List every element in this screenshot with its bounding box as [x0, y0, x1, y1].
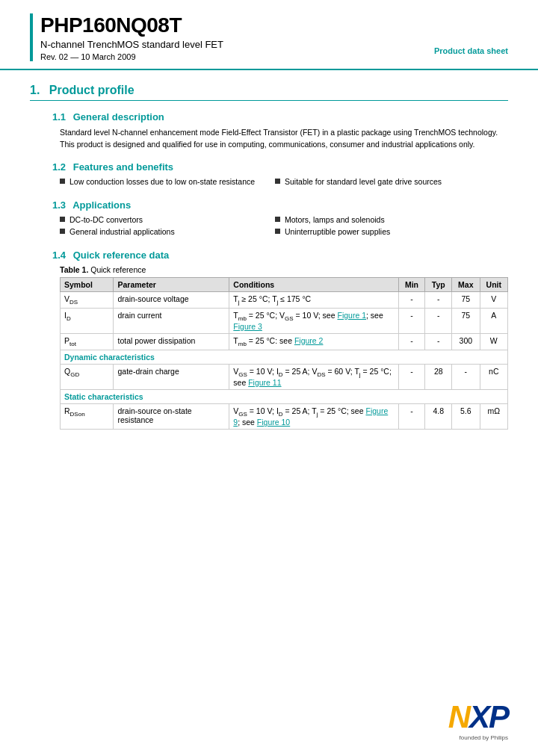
app-text-4: Uninterruptible power supplies [285, 227, 390, 236]
table-caption-text: Quick reference [90, 265, 146, 274]
features-left: Low conduction losses due to low on-stat… [60, 177, 275, 189]
app-text-3: Motors, lamps and solenoids [285, 215, 385, 224]
cell-max-id: 75 [452, 308, 480, 333]
page-header: PHP160NQ08T N-channel TrenchMOS standard… [0, 0, 538, 70]
founded-text: founded by Philips [460, 734, 508, 741]
subsection-1-4: 1.4 Quick reference data Table 1. Quick … [52, 250, 508, 430]
subsection-1-1-title: General description [73, 111, 164, 123]
quick-reference-table: Symbol Parameter Conditions Min Typ Max … [60, 277, 508, 430]
app-bullet-4 [275, 229, 280, 234]
table-row-ptot: Ptot total power dissipation Tmb = 25 °C… [61, 333, 508, 350]
th-unit: Unit [480, 277, 507, 291]
subsection-1-1-number: 1.1 [52, 111, 66, 123]
subsection-1-3-number: 1.3 [52, 199, 66, 211]
th-symbol: Symbol [61, 277, 114, 291]
feature-text-2: Suitable for standard level gate drive s… [285, 177, 442, 186]
bullet-icon-2 [275, 179, 280, 184]
bullet-icon-1 [60, 179, 65, 184]
cell-typ-ptot: - [425, 333, 452, 350]
cell-max-rdson: 5.6 [452, 403, 480, 429]
cell-unit-qgd: nC [480, 364, 507, 389]
link-fig2[interactable]: Figure 2 [294, 336, 324, 345]
cell-cond-id: Tmb = 25 °C; VGS = 10 V; see Figure 1; s… [229, 308, 398, 333]
footer-logo: N XP founded by Philips [448, 701, 508, 741]
cell-unit-rdson: mΩ [480, 403, 507, 429]
applications-list: DC-to-DC convertors General industrial a… [60, 215, 508, 239]
cell-param-rdson: drain-source on-state resistance [114, 403, 229, 429]
table-row-vds: VDS drain-source voltage Tj ≥ 25 °C; Tj … [61, 291, 508, 308]
table-caption-label: Table 1. [60, 265, 88, 274]
product-rev: Rev. 02 — 10 March 2009 [40, 52, 223, 61]
cell-param-qgd: gate-drain charge [114, 364, 229, 389]
apps-left: DC-to-DC convertors General industrial a… [60, 215, 275, 239]
feature-text-1: Low conduction losses due to low on-stat… [69, 177, 255, 186]
subsection-1-4-heading: 1.4 Quick reference data [52, 250, 508, 261]
subsection-1-2-number: 1.2 [52, 161, 66, 173]
header-right: Product data sheet [434, 13, 508, 55]
dynamic-label: Dynamic characteristics [61, 350, 508, 364]
table-row-rdson: RDSon drain-source on-state resistance V… [61, 403, 508, 429]
cell-symbol-qgd: QGD [61, 364, 114, 389]
cell-max-vds: 75 [452, 291, 480, 308]
product-title: PHP160NQ08T [40, 13, 223, 37]
cell-symbol-rdson: RDSon [61, 403, 114, 429]
cell-typ-id: - [425, 308, 452, 333]
cell-unit-id: A [480, 308, 507, 333]
product-subtitle: N-channel TrenchMOS standard level FET [40, 39, 223, 50]
app-bullet-3 [275, 217, 280, 222]
cell-param-id: drain current [114, 308, 229, 333]
link-fig11[interactable]: Figure 11 [248, 378, 281, 387]
th-min: Min [398, 277, 425, 291]
subsection-1-3: 1.3 Applications DC-to-DC convertors Gen… [52, 199, 508, 239]
th-max: Max [452, 277, 480, 291]
subsection-1-4-title: Quick reference data [73, 250, 170, 261]
cell-unit-vds: V [480, 291, 507, 308]
nxp-logo: N XP [448, 701, 508, 733]
features-right: Suitable for standard level gate drive s… [275, 177, 490, 189]
cell-max-qgd: - [452, 364, 480, 389]
subsection-1-3-title: Applications [72, 199, 131, 211]
accent-bar [30, 13, 33, 61]
app-item-3: Motors, lamps and solenoids [275, 215, 490, 224]
table-row-qgd: QGD gate-drain charge VGS = 10 V; ID = 2… [61, 364, 508, 389]
cell-typ-vds: - [425, 291, 452, 308]
table-subheader-dynamic: Dynamic characteristics [61, 350, 508, 364]
table-header-row: Symbol Parameter Conditions Min Typ Max … [61, 277, 508, 291]
cell-param-ptot: total power dissipation [114, 333, 229, 350]
cell-symbol-ptot: Ptot [61, 333, 114, 350]
table-row-id: ID drain current Tmb = 25 °C; VGS = 10 V… [61, 308, 508, 333]
section1-title: Product profile [49, 84, 134, 96]
static-label: Static characteristics [61, 389, 508, 403]
main-content: 1. Product profile 1.1 General descripti… [0, 70, 538, 455]
app-item-2: General industrial applications [60, 227, 275, 236]
cell-typ-rdson: 4.8 [425, 403, 452, 429]
subsection-1-1: 1.1 General description Standard level N… [52, 111, 508, 151]
section1-number: 1. [30, 84, 40, 96]
features-list: Low conduction losses due to low on-stat… [60, 177, 508, 189]
header-left: PHP160NQ08T N-channel TrenchMOS standard… [30, 13, 223, 61]
app-item-1: DC-to-DC convertors [60, 215, 275, 224]
product-data-sheet-label: Product data sheet [434, 46, 508, 55]
logo-n: N [448, 701, 469, 733]
link-fig1[interactable]: Figure 1 [337, 311, 366, 320]
app-bullet-2 [60, 229, 65, 234]
cell-unit-ptot: W [480, 333, 507, 350]
logo-xp: XP [469, 701, 508, 733]
cell-min-ptot: - [398, 333, 425, 350]
cell-min-qgd: - [398, 364, 425, 389]
app-item-4: Uninterruptible power supplies [275, 227, 490, 236]
feature-item-2: Suitable for standard level gate drive s… [275, 177, 490, 186]
subsection-1-2: 1.2 Features and benefits Low conduction… [52, 161, 508, 189]
cell-typ-qgd: 28 [425, 364, 452, 389]
app-bullet-1 [60, 217, 65, 222]
link-fig10[interactable]: Figure 10 [257, 418, 290, 427]
cell-cond-vds: Tj ≥ 25 °C; Tj ≤ 175 °C [229, 291, 398, 308]
cell-max-ptot: 300 [452, 333, 480, 350]
app-text-2: General industrial applications [69, 227, 175, 236]
th-parameter: Parameter [114, 277, 229, 291]
subsection-1-4-number: 1.4 [52, 250, 66, 261]
title-block: PHP160NQ08T N-channel TrenchMOS standard… [40, 13, 223, 61]
link-fig3[interactable]: Figure 3 [233, 322, 262, 331]
cell-cond-qgd: VGS = 10 V; ID = 25 A; VDS = 60 V; Tj = … [229, 364, 398, 389]
th-typ: Typ [425, 277, 452, 291]
